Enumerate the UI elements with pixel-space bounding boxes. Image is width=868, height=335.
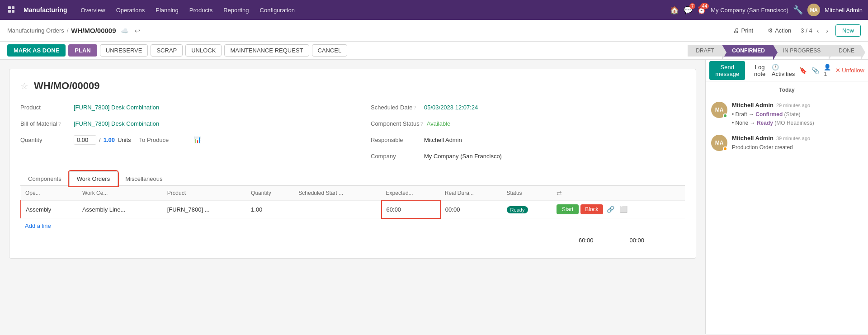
pager-next[interactable]: › [823,26,831,35]
activity-item-2: MA Mitchell Admin 39 minutes ago Product… [711,135,863,152]
scrap-button[interactable]: SCRAP [151,44,183,57]
tablet-icon[interactable]: ⬜ [618,205,629,214]
activity-user-2: Mitchell Admin [732,135,774,142]
bookmark-icon[interactable]: 🔖 [799,67,807,74]
status-in-progress[interactable]: IN PROGRESS [773,45,829,57]
nav-products[interactable]: Products [185,4,217,16]
table-footer: 60:00 00:00 [20,233,685,247]
unlock-button[interactable]: UNLOCK [185,44,222,57]
wo-work-center: Assembly Line... [78,201,163,218]
add-line-button[interactable]: Add a line [20,219,56,233]
action-buttons: MARK AS DONE PLAN UNRESERVE SCRAP UNLOCK… [7,44,685,57]
chat-icon[interactable]: 💬 7 [684,6,693,14]
product-label: Product [20,104,70,111]
pager-prev[interactable]: ‹ [814,26,822,35]
tab-miscellaneous[interactable]: Miscellaneous [118,171,170,186]
send-message-button[interactable]: Send message [709,61,745,80]
change-arrow-2: → [750,120,755,126]
breadcrumb-separator: / [67,27,69,34]
tab-components[interactable]: Components [20,171,69,186]
nav-overview[interactable]: Overview [76,4,109,16]
unfollow-button[interactable]: ✕ Unfollow [835,67,864,74]
svg-rect-0 [8,6,11,9]
right-panel-content: Today MA Mitchell Admin 29 minutes ago •… [706,81,868,334]
status-badge-ready: Ready [507,206,528,213]
col-quantity: Quantity [246,186,294,201]
product-value[interactable]: [FURN_7800] Desk Combination [74,104,159,111]
nav-planning[interactable]: Planning [151,4,183,16]
status-pipeline: DRAFT CONFIRMED IN PROGRESS DONE [688,45,861,57]
undo-icon[interactable]: ↩ [133,25,142,36]
component-status-label: Component Status? [371,120,423,127]
action-button[interactable]: ⚙ Action [763,24,796,37]
log-note-button[interactable]: Log note [748,61,771,80]
user-name[interactable]: Mitchell Admin [825,7,863,14]
form-right-column: Scheduled Date? 05/03/2023 12:07:24 Comp… [353,101,685,162]
block-button[interactable]: Block [580,204,603,214]
status-draft[interactable]: DRAFT [688,45,722,57]
cancel-button[interactable]: CANCEL [312,44,348,57]
scheduled-date-field-row: Scheduled Date? 05/03/2023 12:07:24 [371,101,685,113]
tabs-bar: Components Work Orders Miscellaneous [20,171,685,186]
change-to-ready: Ready [757,120,773,126]
mark-as-done-button[interactable]: MARK AS DONE [7,44,66,57]
scheduled-date-value[interactable]: 05/03/2023 12:07:24 [424,104,478,111]
add-line-row: Add a line [20,219,685,233]
home-icon[interactable]: 🏠 [670,6,679,14]
top-nav-right: 🏠 💬 7 ⏰ 44 My Company (San Francisco) 🔧 … [670,4,863,16]
work-order-row[interactable]: Assembly Assembly Line... [FURN_7800] ..… [21,201,685,218]
work-order-actions: Start Block 🔗 ⬜ [557,204,680,214]
component-status-value: Available [427,120,451,127]
chat-badge: 7 [689,3,696,9]
pager-text: 3 / 4 [801,27,812,34]
bom-help-icon[interactable]: ? [58,121,61,127]
quantity-unit: Units [118,137,131,143]
print-label: Print [741,27,753,34]
action-label: Action [775,27,791,34]
activity-body-1: Mitchell Admin 29 minutes ago • Draft → … [732,102,863,127]
bom-value[interactable]: [FURN_7800] Desk Combination [74,120,159,127]
quantity-separator: / [99,137,101,143]
app-grid-icon[interactable] [5,4,18,16]
paperclip-icon[interactable]: 📎 [811,67,819,74]
cloud-save-icon[interactable]: ☁️ [119,25,130,36]
activity-item-1: MA Mitchell Admin 29 minutes ago • Draft… [711,102,863,127]
wo-operation: Assembly [21,201,78,218]
nav-operations[interactable]: Operations [112,4,150,16]
col-settings-icon[interactable]: ⇄ [557,189,562,197]
clock-icon[interactable]: ⏰ 44 [697,6,706,14]
nav-configuration[interactable]: Configuration [255,4,299,16]
plan-button[interactable]: PLAN [68,44,97,57]
col-operation: Ope... [21,186,78,201]
start-button[interactable]: Start [557,204,579,214]
tab-work-orders[interactable]: Work Orders [69,171,118,186]
follower-count[interactable]: 👤1 [824,64,831,77]
app-name[interactable]: Manufacturing [24,6,67,14]
status-done[interactable]: DONE [829,45,861,57]
unreserve-button[interactable]: UNRESERVE [100,44,148,57]
activities-label[interactable]: 🕐 Activities [772,64,795,77]
responsible-field-row: Responsible Mitchell Admin [371,133,685,146]
print-button[interactable]: 🖨 Print [728,24,758,37]
activity-user-1: Mitchell Admin [732,102,774,109]
responsible-label: Responsible [371,137,420,143]
col-real-duration: Real Dura... [440,186,502,201]
quantity-input[interactable] [74,135,96,145]
external-link-icon[interactable]: 🔗 [605,205,616,214]
breadcrumb-parent[interactable]: Manufacturing Orders [7,27,64,34]
col-status: Status [502,186,552,201]
toolbar-right: 🖨 Print ⚙ Action 3 / 4 ‹ › New [728,24,861,37]
nav-reporting[interactable]: Reporting [219,4,253,16]
wo-scheduled-start [294,201,381,218]
new-button[interactable]: New [835,24,861,37]
chart-icon[interactable]: 📊 [193,136,201,143]
scheduled-date-label: Scheduled Date? [371,104,420,111]
maintenance-request-button[interactable]: MAINTENANCE REQUEST [224,44,309,57]
status-confirmed[interactable]: CONFIRMED [722,45,773,57]
user-avatar[interactable]: MA [807,4,820,16]
settings-icon[interactable]: 🔧 [793,5,803,15]
right-panel: Send message Log note 🕐 Activities 🔖 📎 👤… [705,60,868,334]
scheduled-date-help-icon[interactable]: ? [414,105,416,110]
component-status-help-icon[interactable]: ? [420,121,423,127]
favorite-icon[interactable]: ☆ [20,80,28,91]
